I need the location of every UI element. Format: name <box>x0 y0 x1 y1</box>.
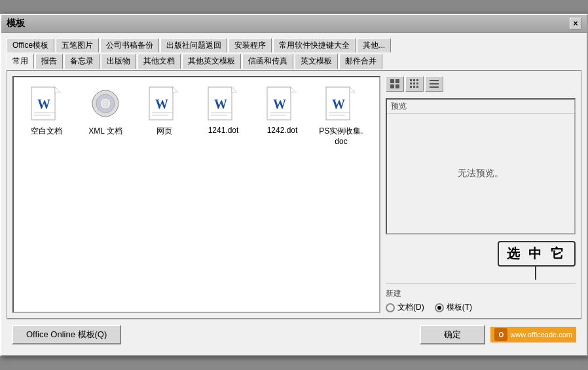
tab-报告[interactable]: 报告 <box>35 54 63 69</box>
tab-其他英文模板[interactable]: 其他英文模板 <box>182 54 241 69</box>
bottom-bar: Office Online 模板(Q) 确定 O www.officeade.c… <box>7 319 581 350</box>
svg-text:W: W <box>155 97 168 111</box>
file-label: XML 文档 <box>88 126 122 137</box>
tab-备忘录[interactable]: 备忘录 <box>64 54 100 69</box>
online-templates-button[interactable]: Office Online 模板(Q) <box>12 325 121 344</box>
file-label: 网页 <box>156 126 172 137</box>
radio-template-circle <box>435 303 444 312</box>
preview-label: 预览 <box>387 100 574 114</box>
tab-英文模板[interactable]: 英文模板 <box>295 54 338 69</box>
tab-其他...[interactable]: 其他... <box>357 38 391 52</box>
file-item[interactable]: W PS实例收集.doc <box>315 84 367 149</box>
small-icon-view-button[interactable] <box>405 76 424 92</box>
watermark-text: www.officeade.com <box>510 331 572 339</box>
dialog-title: 模板 <box>7 18 25 29</box>
file-item[interactable]: W 1242.dot <box>256 84 308 149</box>
tab-row-2: 常用报告备忘录出版物其他文档其他英文模板信函和传真英文模板邮件合并 <box>7 54 581 69</box>
file-icon-word: W <box>149 86 180 123</box>
file-item[interactable]: W 空白文档 <box>20 84 73 149</box>
radio-document-label: 文档(D) <box>397 302 424 313</box>
svg-rect-38 <box>395 84 399 88</box>
tab-Office模板[interactable]: Office模板 <box>7 38 54 52</box>
tab-公司书稿备份[interactable]: 公司书稿备份 <box>100 38 159 52</box>
svg-rect-40 <box>413 79 415 81</box>
preview-content: 无法预览。 <box>387 114 574 233</box>
svg-rect-36 <box>395 79 399 83</box>
dialog: 模板 × Office模板五笔图片公司书稿备份出版社问题返回安装程序常用软件快捷… <box>0 14 588 356</box>
svg-rect-37 <box>390 84 394 88</box>
callout-container: 选 中 它 <box>386 241 576 280</box>
tab-出版社问题返回[interactable]: 出版社问题返回 <box>160 38 227 52</box>
svg-rect-49 <box>430 83 439 84</box>
svg-text:W: W <box>332 97 345 111</box>
tab-row-1: Office模板五笔图片公司书稿备份出版社问题返回安装程序常用软件快捷键大全其他… <box>7 38 581 52</box>
file-grid: W 空白文档 XML 文档 W 网页 <box>12 76 380 313</box>
file-label: 空白文档 <box>31 126 62 137</box>
radio-row: 文档(D) 模板(T) <box>386 302 576 313</box>
svg-text:W: W <box>273 97 286 111</box>
dialog-body: Office模板五笔图片公司书稿备份出版社问题返回安装程序常用软件快捷键大全其他… <box>1 33 587 355</box>
radio-document-circle <box>386 303 395 312</box>
svg-text:W: W <box>37 97 50 111</box>
right-panel: 预览 无法预览。 选 中 它 新建 文档(D) <box>386 76 576 313</box>
file-icon-cd <box>90 86 121 123</box>
large-icon-view-button[interactable] <box>386 76 404 92</box>
file-item[interactable]: XML 文档 <box>79 84 132 149</box>
svg-marker-31 <box>350 87 355 92</box>
svg-rect-47 <box>416 86 418 88</box>
svg-rect-43 <box>413 83 415 84</box>
file-icon-word: W <box>31 86 62 123</box>
svg-rect-42 <box>410 83 412 84</box>
file-label: 1242.dot <box>267 126 298 135</box>
watermark-icon: O <box>494 328 507 341</box>
svg-text:W: W <box>214 97 227 111</box>
file-label: PS实例收集.doc <box>319 126 363 146</box>
svg-rect-35 <box>390 79 394 83</box>
radio-document[interactable]: 文档(D) <box>386 302 424 313</box>
file-icon-word: W <box>266 86 298 123</box>
file-item[interactable]: W 1241.dot <box>197 84 249 149</box>
svg-point-10 <box>104 102 107 105</box>
title-bar: 模板 × <box>1 15 587 33</box>
no-preview-text: 无法预览。 <box>458 168 504 179</box>
file-item[interactable]: W 网页 <box>138 84 191 149</box>
svg-marker-19 <box>232 87 237 92</box>
svg-rect-39 <box>410 79 412 81</box>
svg-rect-48 <box>430 80 439 81</box>
tab-常用软件快捷键大全[interactable]: 常用软件快捷键大全 <box>273 38 356 52</box>
callout-box: 选 中 它 <box>498 241 576 267</box>
svg-rect-41 <box>416 79 418 81</box>
svg-rect-46 <box>413 86 415 88</box>
svg-rect-50 <box>430 86 439 88</box>
tab-其他文档[interactable]: 其他文档 <box>138 54 181 69</box>
tab-常用[interactable]: 常用 <box>7 54 34 69</box>
list-view-button[interactable] <box>425 76 443 92</box>
new-section: 新建 文档(D) 模板(T) <box>386 284 576 313</box>
svg-marker-13 <box>173 87 178 92</box>
new-label: 新建 <box>386 288 576 299</box>
view-buttons <box>386 76 576 92</box>
radio-template-label: 模板(T) <box>447 302 472 313</box>
svg-rect-45 <box>410 86 412 88</box>
callout-arrow <box>535 267 536 280</box>
tab-信函和传真[interactable]: 信函和传真 <box>242 54 293 69</box>
tab-五笔图片[interactable]: 五笔图片 <box>56 38 99 52</box>
watermark: O www.officeade.com <box>490 327 576 342</box>
ok-button[interactable]: 确定 <box>420 325 485 344</box>
svg-rect-44 <box>416 83 418 84</box>
file-icon-word: W <box>325 86 357 123</box>
svg-marker-25 <box>291 87 296 92</box>
tab-出版物[interactable]: 出版物 <box>101 54 136 69</box>
content-area: W 空白文档 XML 文档 W 网页 <box>7 70 581 319</box>
file-label: 1241.dot <box>208 126 239 135</box>
svg-marker-2 <box>55 87 60 92</box>
tab-安装程序[interactable]: 安装程序 <box>229 38 272 52</box>
preview-box: 预览 无法预览。 <box>386 98 576 234</box>
radio-template[interactable]: 模板(T) <box>435 302 472 313</box>
file-icon-word: W <box>208 86 239 123</box>
tab-邮件合并[interactable]: 邮件合并 <box>339 54 382 69</box>
close-button[interactable]: × <box>570 18 581 29</box>
